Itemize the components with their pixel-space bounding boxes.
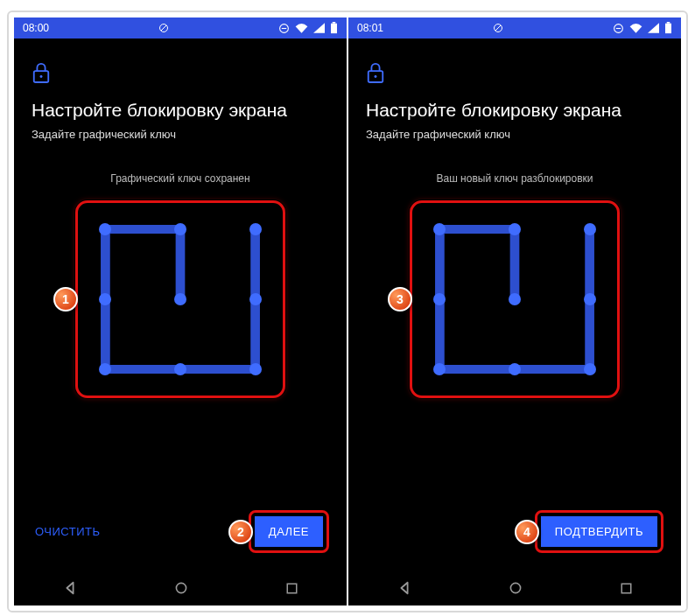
svg-point-8 xyxy=(177,583,186,592)
status-bar: 08:01 xyxy=(348,18,681,38)
page-subtitle: Задайте графический ключ xyxy=(366,128,663,141)
status-bar: 08:00 xyxy=(14,18,347,38)
pattern-dot xyxy=(433,363,446,375)
signal-icon xyxy=(648,23,659,33)
signal-icon xyxy=(313,23,325,33)
no-disturb-icon xyxy=(158,23,169,33)
pattern-dot xyxy=(433,223,446,235)
svg-line-11 xyxy=(495,25,501,31)
status-time: 08:01 xyxy=(357,22,383,34)
status-time: 08:00 xyxy=(23,22,49,34)
pattern-status-text: Ваш новый ключ разблокировки xyxy=(366,172,663,185)
primary-button-highlight: 4 ПОДТВЕРДИТЬ xyxy=(535,510,663,553)
battery-icon xyxy=(330,22,338,34)
nav-recents-button[interactable] xyxy=(620,582,633,595)
pattern-grid xyxy=(87,212,274,387)
pattern-dot xyxy=(174,363,186,375)
button-row: ОЧИСТИТЬ 2 ДАЛЕЕ xyxy=(32,510,329,570)
wifi-icon xyxy=(629,23,642,33)
pattern-grid xyxy=(421,212,608,387)
nav-back-button[interactable] xyxy=(397,580,412,596)
nav-bar xyxy=(348,570,681,606)
callout-badge: 3 xyxy=(388,287,412,312)
button-row: 4 ПОДТВЕРДИТЬ xyxy=(366,510,663,570)
dnd-icon xyxy=(278,23,290,34)
nav-back-button[interactable] xyxy=(62,580,78,596)
pattern-dot xyxy=(584,363,596,375)
pattern-dot xyxy=(509,223,521,235)
svg-rect-19 xyxy=(621,584,631,593)
lock-icon xyxy=(366,61,663,88)
callout-badge: 2 xyxy=(228,520,253,544)
phone-screen-1: 08:00 Н xyxy=(14,18,347,606)
svg-line-1 xyxy=(161,25,166,31)
battery-icon xyxy=(664,22,672,34)
svg-point-7 xyxy=(40,75,43,78)
nav-recents-button[interactable] xyxy=(285,582,298,595)
lock-icon xyxy=(32,61,329,88)
pattern-dot xyxy=(584,223,596,235)
pattern-input[interactable]: 3 xyxy=(410,200,620,398)
confirm-button[interactable]: ПОДТВЕРДИТЬ xyxy=(541,516,657,547)
pattern-dot xyxy=(509,363,521,375)
svg-rect-14 xyxy=(665,24,671,33)
pattern-dot xyxy=(99,293,111,305)
svg-point-17 xyxy=(375,75,377,78)
pattern-dot xyxy=(99,223,111,235)
no-disturb-icon xyxy=(493,23,503,33)
pattern-dot xyxy=(433,293,446,305)
dnd-icon xyxy=(613,23,624,34)
clear-button[interactable]: ОЧИСТИТЬ xyxy=(32,518,104,545)
nav-home-button[interactable] xyxy=(509,581,523,595)
content-area: Настройте блокировку экрана Задайте граф… xyxy=(14,38,347,570)
page-subtitle: Задайте графический ключ xyxy=(32,128,329,141)
pattern-dot xyxy=(509,293,521,305)
pattern-dot xyxy=(584,293,596,305)
page-title: Настройте блокировку экрана xyxy=(366,100,663,121)
pattern-dot xyxy=(99,363,111,375)
callout-badge: 4 xyxy=(515,520,539,544)
svg-rect-15 xyxy=(667,22,670,24)
nav-home-button[interactable] xyxy=(174,581,188,595)
svg-rect-9 xyxy=(287,584,297,593)
nav-bar xyxy=(14,570,347,606)
page-title: Настройте блокировку экрана xyxy=(32,100,329,121)
callout-badge: 1 xyxy=(53,287,78,312)
pattern-dot xyxy=(249,363,262,375)
wifi-icon xyxy=(295,23,308,33)
phone-screen-2: 08:01 Н xyxy=(348,18,681,606)
pattern-dot xyxy=(249,223,262,235)
pattern-dot xyxy=(249,293,262,305)
svg-rect-5 xyxy=(333,22,336,24)
svg-point-18 xyxy=(511,583,521,592)
content-area: Настройте блокировку экрана Задайте граф… xyxy=(348,38,681,570)
primary-button-highlight: 2 ДАЛЕЕ xyxy=(249,510,329,553)
pattern-input[interactable]: 1 xyxy=(75,200,285,398)
pattern-dot xyxy=(174,223,186,235)
svg-rect-4 xyxy=(331,24,337,33)
pattern-dot xyxy=(174,293,186,305)
pattern-status-text: Графический ключ сохранен xyxy=(32,172,329,185)
next-button[interactable]: ДАЛЕЕ xyxy=(255,516,323,547)
